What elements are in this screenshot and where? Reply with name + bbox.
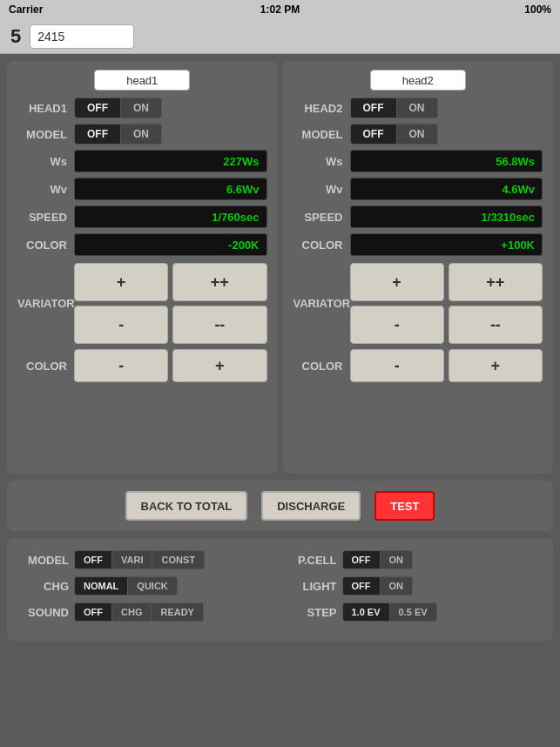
panel2-color-value: +100K bbox=[350, 233, 543, 256]
panel1-variator-grid: + ++ - -- bbox=[74, 263, 267, 344]
panel2-var-minusminus-btn[interactable]: -- bbox=[449, 306, 543, 344]
panel1-variator-row: VARIATOR + ++ - -- bbox=[17, 263, 267, 344]
settings-model-row: MODEL OFF VARI CONST bbox=[21, 550, 272, 569]
settings-model-vari-btn[interactable]: VARI bbox=[112, 551, 152, 569]
panel1-var-minus-btn[interactable]: - bbox=[74, 306, 168, 344]
id-row: 5 bbox=[0, 19, 560, 54]
settings-chg-nomal-btn[interactable]: NOMAL bbox=[75, 577, 128, 595]
settings-chg-toggle: NOMAL QUICK bbox=[74, 576, 178, 596]
panel1-color-label: COLOR bbox=[17, 239, 74, 252]
panel2-title-row bbox=[293, 70, 543, 91]
settings-sound-off-btn[interactable]: OFF bbox=[75, 603, 112, 621]
panel2-color-minus-btn[interactable]: - bbox=[350, 349, 444, 382]
panel1-ws-row: Ws 227Ws bbox=[17, 150, 267, 172]
settings-step-row: STEP 1.0 EV 0.5 EV bbox=[289, 602, 540, 622]
id-number: 5 bbox=[10, 25, 21, 48]
settings-chg-label: CHG bbox=[21, 580, 69, 593]
settings-light-row: LIGHT OFF ON bbox=[289, 576, 540, 596]
panel1-title-row bbox=[17, 70, 267, 91]
discharge-button[interactable]: DISCHARGE bbox=[261, 491, 361, 521]
back-to-total-button[interactable]: BACK TO TOTAL bbox=[125, 491, 248, 521]
settings-sound-ready-btn[interactable]: READY bbox=[152, 603, 203, 621]
panel1-model-label: MODEL bbox=[17, 128, 74, 141]
settings-light-on-btn[interactable]: ON bbox=[381, 577, 413, 595]
panel2-variator-label: VARIATOR bbox=[293, 297, 350, 310]
panel1-var-minusminus-btn[interactable]: -- bbox=[172, 306, 267, 344]
panel1-color-plus-btn[interactable]: + bbox=[172, 349, 267, 382]
test-button[interactable]: TEST bbox=[374, 491, 435, 521]
settings-sound-chg-btn[interactable]: CHG bbox=[112, 603, 152, 621]
panel2-var-minus-btn[interactable]: - bbox=[350, 306, 444, 344]
settings-sound-label: SOUND bbox=[21, 606, 69, 619]
panel2-var-plusplus-btn[interactable]: ++ bbox=[449, 263, 543, 301]
settings-step-toggle: 1.0 EV 0.5 EV bbox=[342, 602, 437, 622]
panel1-head-row: HEAD1 OFF ON bbox=[17, 98, 267, 118]
battery-text: 100% bbox=[524, 3, 551, 16]
panel2-color-plus-btn[interactable]: + bbox=[449, 349, 543, 382]
settings-left-col: MODEL OFF VARI CONST CHG NOMAL QUICK SOU… bbox=[21, 550, 272, 629]
panel2-ws-row: Ws 56.8Ws bbox=[293, 150, 543, 172]
panel1-title-input[interactable] bbox=[94, 70, 190, 91]
id-input[interactable] bbox=[30, 24, 134, 49]
settings-panel: MODEL OFF VARI CONST CHG NOMAL QUICK SOU… bbox=[7, 538, 553, 641]
panel2-head-label: HEAD2 bbox=[293, 102, 350, 115]
settings-model-toggle: OFF VARI CONST bbox=[74, 550, 205, 569]
settings-step-1ev-btn[interactable]: 1.0 EV bbox=[343, 603, 390, 621]
panel2-head-toggle: OFF ON bbox=[350, 98, 438, 118]
panel2-var-plus-btn[interactable]: + bbox=[350, 263, 444, 301]
panel-1: HEAD1 OFF ON MODEL OFF ON Ws 227Ws Wv 6.… bbox=[7, 61, 278, 474]
settings-right-col: P.CELL OFF ON LIGHT OFF ON STEP 1.0 EV 0… bbox=[289, 550, 540, 629]
settings-pcell-off-btn[interactable]: OFF bbox=[343, 551, 381, 569]
panel2-model-label: MODEL bbox=[293, 128, 350, 141]
panel2-speed-value: 1/3310sec bbox=[350, 205, 543, 228]
settings-chg-quick-btn[interactable]: QUICK bbox=[128, 577, 176, 595]
panel1-model-on-btn[interactable]: ON bbox=[121, 124, 161, 144]
settings-pcell-row: P.CELL OFF ON bbox=[289, 550, 540, 569]
panel1-ws-value: 227Ws bbox=[74, 150, 267, 172]
panel2-model-toggle: OFF ON bbox=[350, 124, 438, 145]
panel1-wv-value: 6.6Wv bbox=[74, 178, 267, 200]
settings-pcell-toggle: OFF ON bbox=[342, 550, 414, 569]
panel2-variator-grid: + ++ - -- bbox=[350, 263, 543, 344]
panel2-speed-row: SPEED 1/3310sec bbox=[293, 205, 543, 228]
panel2-color2-label: COLOR bbox=[293, 360, 350, 373]
panel1-wv-row: Wv 6.6Wv bbox=[17, 178, 267, 200]
panel2-model-on-btn[interactable]: ON bbox=[397, 124, 437, 144]
panel2-head-on-btn[interactable]: ON bbox=[397, 98, 437, 118]
panel1-var-plusplus-btn[interactable]: ++ bbox=[172, 263, 267, 301]
panel2-variator-row: VARIATOR + ++ - -- bbox=[293, 263, 543, 344]
panel2-color-label: COLOR bbox=[293, 239, 350, 252]
panel1-model-row: MODEL OFF ON bbox=[17, 124, 267, 145]
panel2-model-off-btn[interactable]: OFF bbox=[351, 124, 397, 144]
panel1-model-off-btn[interactable]: OFF bbox=[75, 124, 121, 144]
panel1-color2-row: COLOR - + bbox=[17, 349, 267, 382]
panel1-head-on-btn[interactable]: ON bbox=[121, 98, 161, 118]
settings-light-off-btn[interactable]: OFF bbox=[343, 577, 381, 595]
panel2-head-row: HEAD2 OFF ON bbox=[293, 98, 543, 118]
panel1-color-value: -200K bbox=[74, 233, 267, 256]
panel1-head-off-btn[interactable]: OFF bbox=[75, 98, 121, 118]
panel2-wv-row: Wv 4.6Wv bbox=[293, 178, 543, 200]
panel2-ws-value: 56.8Ws bbox=[350, 150, 543, 172]
settings-chg-row: CHG NOMAL QUICK bbox=[21, 576, 272, 596]
settings-light-label: LIGHT bbox=[289, 580, 337, 593]
panel2-color-row: COLOR +100K bbox=[293, 233, 543, 256]
action-row: BACK TO TOTAL DISCHARGE TEST bbox=[7, 481, 553, 531]
panel1-speed-value: 1/760sec bbox=[74, 205, 267, 228]
panel1-color2-label: COLOR bbox=[17, 360, 74, 373]
settings-pcell-label: P.CELL bbox=[289, 554, 337, 567]
panel1-var-plus-btn[interactable]: + bbox=[74, 263, 168, 301]
settings-sound-toggle: OFF CHG READY bbox=[74, 602, 204, 622]
panel1-color-minus-btn[interactable]: - bbox=[74, 349, 168, 382]
panel2-model-row: MODEL OFF ON bbox=[293, 124, 543, 145]
panel2-color2-row: COLOR - + bbox=[293, 349, 543, 382]
panel2-head-off-btn[interactable]: OFF bbox=[351, 98, 397, 118]
settings-pcell-on-btn[interactable]: ON bbox=[381, 551, 413, 569]
settings-step-05ev-btn[interactable]: 0.5 EV bbox=[390, 603, 436, 621]
settings-model-const-btn[interactable]: CONST bbox=[152, 551, 204, 569]
panel2-title-input[interactable] bbox=[370, 70, 466, 91]
panels-row: HEAD1 OFF ON MODEL OFF ON Ws 227Ws Wv 6.… bbox=[0, 54, 560, 481]
panel-2: HEAD2 OFF ON MODEL OFF ON Ws 56.8Ws Wv 4… bbox=[283, 61, 554, 474]
settings-sound-row: SOUND OFF CHG READY bbox=[21, 602, 272, 622]
settings-model-off-btn[interactable]: OFF bbox=[75, 551, 112, 569]
